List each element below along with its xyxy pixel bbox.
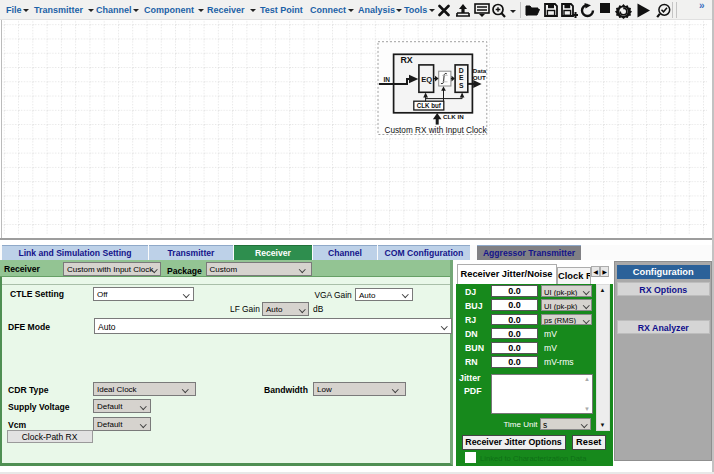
svg-text:RX: RX: [401, 55, 413, 65]
svg-text:E: E: [459, 74, 464, 81]
svg-text:D: D: [459, 67, 464, 74]
svg-text:S: S: [459, 82, 464, 89]
svg-text:OUT: OUT: [473, 74, 486, 81]
svg-text:Custom RX with Input Clock: Custom RX with Input Clock: [385, 126, 488, 135]
svg-text:CLK IN: CLK IN: [443, 113, 464, 120]
svg-text:CLK buf: CLK buf: [417, 102, 442, 109]
svg-text:EQ: EQ: [421, 75, 432, 84]
svg-text:IN: IN: [384, 76, 391, 83]
